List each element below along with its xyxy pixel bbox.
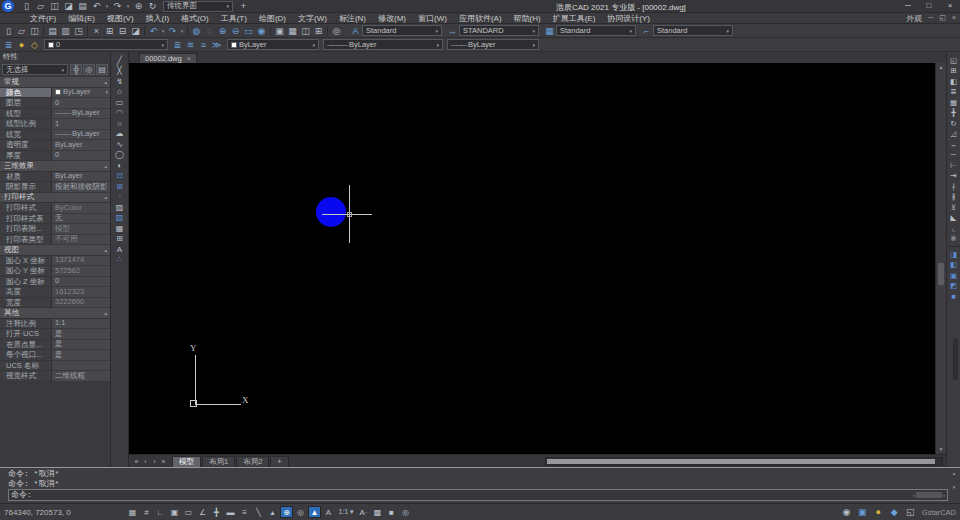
pickadd-toggle-icon[interactable]: ╬	[70, 64, 82, 75]
layout-tab-+[interactable]: +	[270, 456, 288, 467]
scrollbar-thumb[interactable]	[547, 459, 935, 464]
point-icon[interactable]: ∙	[112, 192, 128, 203]
next-tab-icon[interactable]: ›	[150, 458, 159, 465]
hatch-icon[interactable]: ▨	[112, 202, 128, 213]
section-header[interactable]: 其他▴	[0, 308, 110, 319]
collapse-icon[interactable]: ▴	[104, 247, 110, 253]
clean-screen-toggle[interactable]: ■	[385, 506, 398, 518]
menu-appearance[interactable]: 外观	[906, 13, 922, 24]
property-value[interactable]: 是	[51, 329, 110, 340]
layer-on-off-icon[interactable]: ●	[15, 39, 28, 51]
circle-entity[interactable]	[316, 197, 346, 227]
qat-redo-arrow-icon[interactable]: ▾	[125, 0, 131, 12]
property-row[interactable]: 阴影显示投射和接收阴影	[0, 182, 110, 193]
dim-style-combo[interactable]: ↔STANDARD▾	[446, 25, 539, 37]
layer-previous-icon[interactable]: ≋	[184, 39, 197, 51]
fillet-icon[interactable]: ◟	[947, 223, 960, 234]
menu-item-2[interactable]: 视图(V)	[101, 13, 140, 24]
collapse-icon[interactable]: ▴	[104, 194, 110, 200]
help-icon[interactable]: ◎	[330, 25, 343, 37]
qat-open-icon[interactable]: ▱	[34, 0, 47, 12]
lineweight-dropdown[interactable]: ——— ByLayer ▾	[447, 39, 539, 50]
units-toggle[interactable]: ◎	[294, 506, 307, 518]
layer-states-icon[interactable]: ≡	[197, 39, 210, 51]
polar-toggle[interactable]: ▣	[168, 506, 181, 518]
array-icon[interactable]: ▦	[947, 97, 960, 108]
layer-freeze-icon[interactable]: ◇	[28, 39, 41, 51]
qat-plot-icon[interactable]: ▤	[76, 0, 89, 12]
scroll-down-icon[interactable]: ▾	[953, 484, 956, 490]
design-center-icon[interactable]: ▦	[286, 25, 299, 37]
draworder-back-icon[interactable]: ◧	[947, 260, 960, 271]
canvas-vertical-scrollbar[interactable]: ▲ ▼	[935, 63, 946, 454]
property-row[interactable]: 圆心 Z 坐标0	[0, 277, 110, 288]
cloud-sync-icon[interactable]: ▣	[856, 506, 869, 518]
property-value[interactable]: ByColor	[51, 203, 110, 214]
quick-properties-toggle[interactable]: ▲	[308, 506, 321, 518]
layout-tab-布局1[interactable]: 布局1	[202, 456, 235, 467]
make-object-layer-current-icon[interactable]: ≣	[171, 39, 184, 51]
qat-saveas-icon[interactable]: ◪	[62, 0, 75, 12]
rotate-icon[interactable]: ↻	[947, 118, 960, 129]
chamfer-icon[interactable]: ◣	[947, 213, 960, 224]
selection-dropdown[interactable]: 无选择 ▾	[2, 64, 68, 75]
ortho-toggle[interactable]: ∟	[154, 506, 167, 518]
property-value[interactable]: 1:1	[51, 319, 110, 330]
match-properties-icon[interactable]: ◪	[129, 25, 142, 37]
canvas-horizontal-scrollbar[interactable]	[545, 457, 943, 466]
polyline-icon[interactable]: ↯	[112, 76, 128, 87]
property-value[interactable]	[51, 361, 110, 372]
app-logo[interactable]: G	[2, 0, 14, 12]
property-row[interactable]: 厚度0	[0, 151, 110, 162]
qat-undo-arrow-icon[interactable]: ▾	[104, 0, 110, 12]
menu-item-3[interactable]: 插入(I)	[140, 13, 176, 24]
property-value[interactable]: 无	[51, 214, 110, 225]
redo-icon[interactable]: ↷	[166, 25, 179, 37]
close-button[interactable]: ×	[944, 1, 956, 10]
menu-item-8[interactable]: 标注(N)	[333, 13, 372, 24]
menu-item-1[interactable]: 编辑(E)	[62, 13, 101, 24]
layout-tab-模型[interactable]: 模型	[172, 456, 201, 467]
rectangle-icon[interactable]: ▭	[112, 97, 128, 108]
annotation-visibility-toggle[interactable]: A	[322, 506, 335, 518]
zoom-window-icon[interactable]: ▭	[242, 25, 255, 37]
bulb-icon[interactable]: ●	[872, 506, 885, 518]
dynamic-ucs-toggle[interactable]: ⊕	[280, 506, 293, 518]
transparency-toggle[interactable]: ≡	[238, 506, 251, 518]
undo-icon[interactable]: ↶	[147, 25, 160, 37]
network-icon[interactable]: ◆	[888, 506, 901, 518]
mleader-style-combo[interactable]: ⌐Standard▾	[640, 25, 733, 37]
property-row[interactable]: 高度1612323	[0, 287, 110, 298]
property-value[interactable]: 是	[51, 350, 110, 361]
extend-icon[interactable]: ⇥	[947, 171, 960, 182]
property-value[interactable]: 0	[51, 151, 110, 162]
properties-palette-icon[interactable]: ▣	[273, 25, 286, 37]
tool-palettes-icon[interactable]: ◫	[299, 25, 312, 37]
scroll-down-icon[interactable]: ▼	[939, 445, 944, 454]
property-row[interactable]: 宽度3222690	[0, 298, 110, 309]
collapse-icon[interactable]: ▴	[104, 310, 110, 316]
workspace-dropdown[interactable]: 传统界面 ▾	[163, 1, 233, 12]
property-row[interactable]: 打开 UCS是	[0, 329, 110, 340]
open-icon[interactable]: ▱	[15, 25, 28, 37]
insert-block-icon[interactable]: ⊡	[112, 171, 128, 182]
property-row[interactable]: 线型———ByLayer	[0, 109, 110, 120]
mdi-close-button[interactable]: ×	[952, 14, 956, 22]
property-row[interactable]: 圆心 Y 坐标572562	[0, 266, 110, 277]
redo-list-icon[interactable]: ▾	[179, 25, 185, 37]
property-row[interactable]: 打印表类型不可用	[0, 235, 110, 246]
property-value[interactable]: ———ByLayer	[51, 109, 110, 120]
dyn-input-toggle[interactable]: ╋	[210, 506, 223, 518]
menu-item-11[interactable]: 应用软件(A)	[453, 13, 508, 24]
property-row[interactable]: 每个视口...是	[0, 350, 110, 361]
ellipse-icon[interactable]: ◯	[112, 150, 128, 161]
trim-icon[interactable]: ⊢	[947, 160, 960, 171]
pan-icon[interactable]: ◍	[190, 25, 203, 37]
property-value[interactable]: 0	[51, 277, 110, 288]
color-dropdown[interactable]: ByLayer ▾	[227, 39, 319, 50]
qat-customize-icon[interactable]: +	[237, 0, 250, 12]
menu-item-5[interactable]: 工具(T)	[215, 13, 253, 24]
property-row[interactable]: 打印样式ByColor	[0, 203, 110, 214]
property-row[interactable]: 打印样式表无	[0, 214, 110, 225]
menu-item-7[interactable]: 文字(W)	[292, 13, 333, 24]
